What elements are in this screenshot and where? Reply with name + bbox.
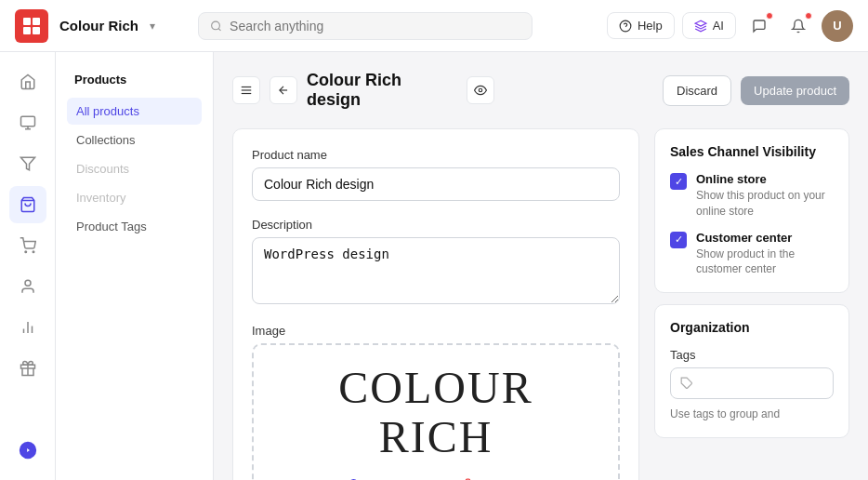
app-logo[interactable] — [15, 9, 48, 43]
svg-point-21 — [479, 88, 482, 92]
right-panel: Sales Channel Visibility ✓ Online store … — [654, 128, 849, 480]
back-icon — [277, 84, 290, 97]
chat-badge — [766, 12, 773, 20]
customer-center-channel: ✓ Customer center Show product in the cu… — [670, 231, 834, 278]
svg-rect-1 — [33, 18, 40, 25]
sales-channel-card: Sales Channel Visibility ✓ Online store … — [654, 128, 849, 293]
sidebar-item-monitor[interactable] — [9, 104, 46, 141]
description-input[interactable]: WordPress design — [252, 237, 620, 304]
organization-card: Organization Tags Use tags to group and — [654, 304, 849, 438]
product-name-group: Product name — [252, 148, 620, 201]
customer-center-name: Customer center — [696, 231, 834, 245]
search-icon — [210, 20, 222, 33]
organization-title: Organization — [670, 320, 834, 335]
page-title: Colour Rich design — [307, 71, 457, 110]
svg-point-4 — [212, 21, 220, 30]
back-button[interactable] — [270, 76, 297, 104]
svg-marker-9 — [20, 157, 34, 170]
search-input[interactable] — [230, 19, 520, 33]
change-image-button[interactable]: Change image — [348, 477, 444, 480]
image-group: Image COLOUR RICH Change image — [252, 324, 620, 480]
nav-item-discounts: Discounts — [67, 155, 202, 182]
svg-rect-6 — [20, 116, 34, 127]
topbar-actions: Help AI U — [607, 10, 853, 42]
notifications-button[interactable] — [743, 10, 775, 42]
help-button[interactable]: Help — [607, 12, 675, 39]
sidebar-item-home[interactable] — [9, 63, 46, 100]
sidebar-item-users[interactable] — [9, 268, 46, 305]
brand-chevron[interactable]: ▾ — [150, 20, 155, 33]
brand-name: Colour Rich — [59, 18, 138, 33]
topbar: Colour Rich ▾ Help AI U — [0, 0, 868, 52]
discard-button[interactable]: Discard — [663, 75, 731, 106]
help-icon — [619, 20, 632, 33]
eye-icon — [474, 84, 487, 97]
nav-item-product-tags[interactable]: Product Tags — [67, 213, 202, 240]
sidebar-item-analytics[interactable] — [9, 309, 46, 346]
customer-center-info: Customer center Show product in the cust… — [696, 231, 834, 278]
sidebar-item-filter[interactable] — [9, 145, 46, 182]
content-header: Colour Rich design Discard Update produc… — [232, 71, 849, 110]
image-preview: COLOUR RICH — [338, 364, 533, 462]
checkbox-check: ✓ — [675, 233, 683, 246]
menu-button[interactable] — [232, 76, 260, 104]
image-actions: Change image Remove — [348, 477, 525, 480]
online-store-name: Online store — [696, 172, 834, 186]
bell-badge — [805, 12, 812, 20]
sidebar-item-gift[interactable] — [9, 350, 46, 387]
image-label: Image — [252, 324, 620, 338]
sidebar-item-cart[interactable] — [9, 227, 46, 264]
nav-item-inventory: Inventory — [67, 184, 202, 211]
svg-point-11 — [25, 251, 27, 253]
nav-panel: Products All products Collections Discou… — [56, 52, 214, 480]
tags-input-container[interactable] — [670, 367, 834, 399]
ai-button[interactable]: AI — [682, 12, 736, 39]
sidebar-icons — [0, 52, 56, 480]
sidebar-item-products[interactable] — [9, 186, 46, 223]
product-name-label: Product name — [252, 148, 620, 162]
image-upload-area[interactable]: COLOUR RICH Change image Remo — [252, 343, 620, 480]
customer-center-checkbox[interactable]: ✓ — [670, 232, 687, 248]
customer-center-desc: Show product in the customer center — [696, 247, 834, 278]
tags-hint: Use tags to group and — [670, 407, 834, 422]
nav-section-title: Products — [67, 67, 202, 92]
main-layout: Products All products Collections Discou… — [0, 52, 868, 480]
svg-point-13 — [25, 280, 31, 286]
sales-channel-title: Sales Channel Visibility — [670, 144, 834, 159]
online-store-checkbox[interactable]: ✓ — [670, 173, 687, 190]
online-store-desc: Show this product on your online store — [696, 188, 834, 220]
form-area: Product name Description WordPress desig… — [232, 128, 639, 480]
visibility-button[interactable] — [467, 76, 494, 104]
sidebar-item-ai[interactable] — [9, 432, 46, 469]
description-label: Description — [252, 218, 620, 232]
nav-item-all-products[interactable]: All products — [67, 98, 202, 125]
tags-label: Tags — [670, 348, 834, 362]
description-group: Description WordPress design — [252, 218, 620, 307]
search-bar[interactable] — [198, 12, 533, 40]
menu-icon — [240, 84, 253, 97]
avatar[interactable]: U — [822, 10, 853, 42]
bell-button[interactable] — [783, 10, 814, 42]
content-body: Product name Description WordPress desig… — [232, 128, 849, 480]
update-product-button[interactable]: Update product — [741, 76, 849, 105]
online-store-info: Online store Show this product on your o… — [696, 172, 834, 220]
product-name-input[interactable] — [252, 167, 620, 201]
checkbox-check: ✓ — [675, 176, 683, 188]
chat-icon — [752, 19, 767, 33]
svg-rect-0 — [23, 18, 31, 25]
online-store-channel: ✓ Online store Show this product on your… — [670, 172, 834, 220]
svg-rect-2 — [23, 27, 31, 34]
svg-rect-3 — [33, 27, 40, 34]
ai-icon — [694, 20, 707, 33]
remove-image-button[interactable]: Remove — [462, 477, 524, 480]
svg-point-12 — [33, 251, 34, 253]
tag-icon — [680, 377, 693, 390]
main-content: Colour Rich design Discard Update produc… — [214, 52, 868, 480]
nav-item-collections[interactable]: Collections — [67, 127, 202, 153]
bell-icon — [791, 19, 806, 33]
product-form-card: Product name Description WordPress desig… — [232, 128, 639, 480]
